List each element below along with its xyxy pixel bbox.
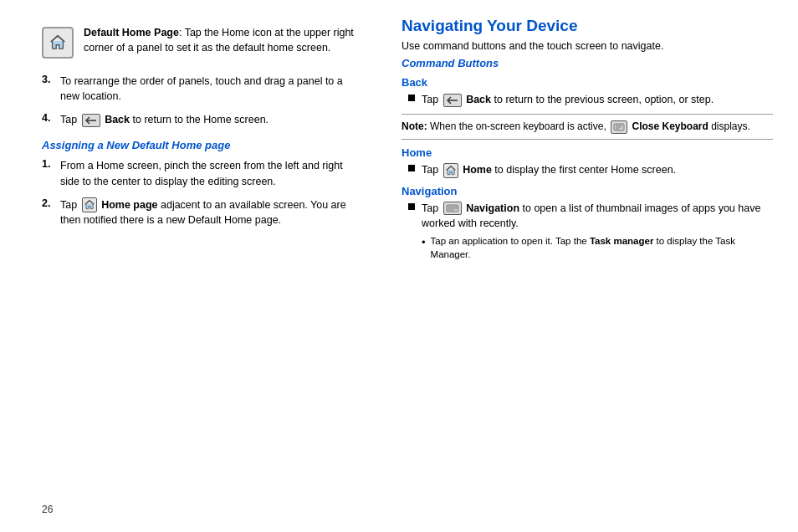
- item-number: 2.: [42, 197, 60, 209]
- numbered-list-top: 3. To rearrange the order of panels, tou…: [42, 74, 360, 127]
- item-number: 4.: [42, 112, 60, 124]
- default-home-text: Default Home Page: Tap the Home icon at …: [84, 25, 360, 55]
- home-icon-small: [82, 197, 97, 212]
- back-bold: Back: [105, 114, 130, 125]
- home-heading: Home: [402, 146, 773, 159]
- home-page-bold: Home page: [101, 199, 157, 211]
- sub-bullet-text: Tap an application to open it. Tap the T…: [431, 234, 773, 261]
- item-number: 3.: [42, 74, 60, 85]
- right-column: Navigating Your Device Use command butto…: [385, 0, 798, 532]
- page-number: 26: [42, 504, 53, 515]
- home-icon-large: [42, 27, 74, 59]
- back-icon: [82, 114, 100, 127]
- item-text: From a Home screen, pinch the screen fro…: [60, 158, 360, 188]
- task-manager-bold: Task manager: [590, 236, 654, 246]
- back-heading: Back: [402, 76, 773, 89]
- sub-bullet-dot: •: [422, 236, 426, 248]
- page-title: Navigating Your Device: [402, 17, 773, 35]
- close-keyboard-bold: Close Keyboard: [632, 120, 708, 132]
- bullet-text: Tap Navigation to open a list of thumbna…: [422, 201, 773, 231]
- default-home-block: Default Home Page: Tap the Home icon at …: [42, 25, 360, 59]
- list-item: 4. Tap Back to return to the Home screen…: [42, 112, 360, 127]
- list-item: 2. Tap Home page adjacent to an availabl…: [42, 197, 360, 228]
- numbered-list-bottom: 1. From a Home screen, pinch the screen …: [42, 158, 360, 228]
- bullet-item: Tap Navigation to open a list of thumbna…: [402, 201, 773, 231]
- item-text: Tap Back to return to the Home screen.: [60, 112, 269, 127]
- list-item: 3. To rearrange the order of panels, tou…: [42, 74, 360, 104]
- close-keyboard-icon: [611, 120, 627, 134]
- list-item: 1. From a Home screen, pinch the screen …: [42, 158, 360, 188]
- bullet-item: Tap Home to display the first center Hom…: [402, 162, 773, 178]
- item-number: 1.: [42, 158, 60, 170]
- navigation-icon: [443, 202, 462, 215]
- bullet-text: Tap Back to return to the previous scree…: [422, 92, 714, 107]
- home-bold: Home: [463, 164, 492, 176]
- sub-bullet-item: • Tap an application to open it. Tap the…: [422, 234, 773, 261]
- bullet-square: [408, 95, 415, 101]
- note-label: Note:: [402, 120, 427, 132]
- navigation-bold: Navigation: [466, 202, 519, 214]
- back-icon: [443, 94, 462, 107]
- bullet-square: [408, 203, 415, 210]
- back-label: Back: [466, 94, 491, 105]
- note-block: Note: When the on-screen keyboard is act…: [402, 114, 773, 140]
- home-icon-inline: [443, 163, 458, 178]
- navigation-heading: Navigation: [402, 185, 773, 197]
- bullet-text: Tap Home to display the first center Hom…: [422, 162, 676, 178]
- section-heading: Assigning a New Default Home page: [42, 139, 360, 151]
- item-text: Tap Home page adjacent to an available s…: [60, 197, 360, 228]
- bullet-square: [408, 165, 415, 171]
- bullet-item: Tap Back to return to the previous scree…: [402, 92, 773, 107]
- default-home-bold: Default Home Page: [84, 27, 179, 38]
- item-text: To rearrange the order of panels, touch …: [60, 74, 360, 104]
- intro-text: Use command buttons and the touch screen…: [402, 40, 773, 52]
- cmd-buttons-heading: Command Buttons: [402, 57, 773, 69]
